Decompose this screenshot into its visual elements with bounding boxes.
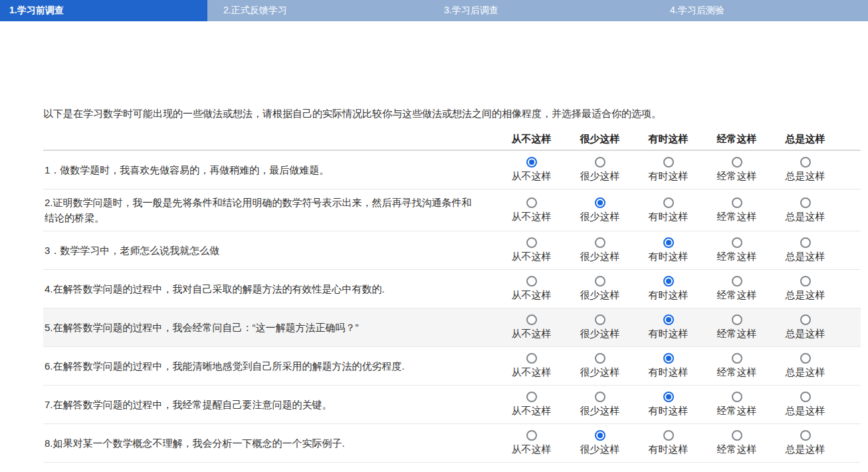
option-choice[interactable]: 有时这样: [634, 349, 703, 383]
radio-input[interactable]: [595, 430, 605, 441]
radio-input[interactable]: [732, 353, 742, 364]
option-choice[interactable]: 有时这样: [634, 388, 703, 421]
radio-input[interactable]: [663, 157, 674, 168]
radio-input[interactable]: [526, 392, 537, 402]
option-label: 有时这样: [649, 327, 689, 340]
tab-formal-feedback-learning[interactable]: 2.正式反馈学习: [207, 0, 421, 21]
radio-input[interactable]: [663, 197, 674, 208]
radio-input[interactable]: [595, 314, 605, 325]
tab-post-learning-test[interactable]: 4.学习后测验: [642, 0, 868, 21]
survey-row: 7.在解答数学问题的过程中，我经常提醒自己要注意问题的关键。 从不这样很少这样有…: [43, 386, 861, 424]
radio-input[interactable]: [800, 353, 811, 364]
option-label: 很少这样: [580, 327, 620, 340]
radio-input[interactable]: [595, 237, 605, 248]
option-choice[interactable]: 总是这样: [771, 310, 839, 344]
radio-input[interactable]: [732, 276, 742, 287]
radio-input[interactable]: [526, 276, 537, 287]
radio-input[interactable]: [526, 237, 537, 248]
option-choice[interactable]: 很少这样: [566, 388, 634, 421]
option-choice[interactable]: 有时这样: [634, 426, 703, 460]
option-label: 总是这样: [786, 327, 825, 340]
option-choice[interactable]: 很少这样: [566, 426, 634, 460]
option-choice[interactable]: 有时这样: [634, 153, 703, 187]
tab-label: 2.正式反馈学习: [223, 5, 287, 17]
radio-input[interactable]: [663, 237, 674, 248]
option-choice[interactable]: 很少这样: [566, 233, 634, 267]
option-choice[interactable]: 总是这样: [771, 153, 839, 187]
radio-input[interactable]: [732, 314, 742, 325]
question-text: 1．做数学题时，我喜欢先做容易的，再做稍难的，最后做难题。: [43, 157, 497, 183]
option-choice[interactable]: 经常这样: [703, 388, 771, 421]
option-choice[interactable]: 从不这样: [497, 310, 566, 344]
option-choice[interactable]: 有时这样: [634, 310, 703, 344]
radio-input[interactable]: [526, 157, 537, 168]
option-choice[interactable]: 很少这样: [566, 193, 634, 227]
option-choice[interactable]: 经常这样: [703, 153, 771, 187]
option-choice[interactable]: 经常这样: [703, 349, 771, 383]
option-choice[interactable]: 很少这样: [566, 310, 634, 344]
option-label: 总是这样: [786, 250, 825, 263]
option-label: 有时这样: [649, 404, 689, 417]
option-choice[interactable]: 有时这样: [634, 272, 703, 306]
radio-input[interactable]: [526, 197, 537, 208]
option-choice[interactable]: 经常这样: [703, 193, 771, 227]
radio-input[interactable]: [732, 392, 742, 402]
radio-input[interactable]: [663, 314, 674, 325]
radio-input[interactable]: [663, 392, 674, 402]
radio-input[interactable]: [732, 157, 742, 168]
option-choice[interactable]: 有时这样: [634, 233, 703, 267]
option-choice[interactable]: 经常这样: [703, 233, 771, 267]
option-choice[interactable]: 从不这样: [497, 153, 566, 187]
option-label: 经常这样: [717, 170, 757, 183]
option-choice[interactable]: 从不这样: [497, 233, 566, 267]
radio-input[interactable]: [595, 157, 605, 168]
radio-input[interactable]: [595, 353, 605, 364]
radio-input[interactable]: [800, 430, 811, 441]
option-choice[interactable]: 经常这样: [703, 426, 771, 460]
radio-input[interactable]: [526, 353, 537, 364]
option-choice[interactable]: 总是这样: [771, 426, 839, 460]
radio-input[interactable]: [732, 430, 742, 441]
option-choice[interactable]: 总是这样: [771, 193, 839, 227]
radio-input[interactable]: [800, 314, 811, 325]
radio-input[interactable]: [595, 392, 605, 402]
radio-input[interactable]: [800, 157, 811, 168]
option-choice[interactable]: 很少这样: [566, 153, 634, 187]
option-choice[interactable]: 很少这样: [566, 272, 634, 306]
option-choice[interactable]: 很少这样: [566, 349, 634, 383]
option-choice[interactable]: 从不这样: [497, 388, 566, 421]
radio-input[interactable]: [732, 237, 742, 248]
option-label: 经常这样: [717, 404, 757, 417]
option-choice[interactable]: 总是这样: [771, 272, 839, 306]
option-label: 很少这样: [580, 443, 620, 456]
option-choice[interactable]: 从不这样: [497, 426, 566, 460]
radio-input[interactable]: [663, 353, 674, 364]
scale-header: 很少这样: [566, 129, 634, 150]
radio-input[interactable]: [800, 276, 811, 287]
radio-input[interactable]: [663, 276, 674, 287]
radio-input[interactable]: [800, 237, 811, 248]
option-choice[interactable]: 总是这样: [771, 233, 839, 267]
radio-input[interactable]: [663, 430, 674, 441]
option-choice[interactable]: 经常这样: [703, 272, 771, 306]
radio-input[interactable]: [800, 197, 811, 208]
option-choice[interactable]: 从不这样: [497, 193, 566, 227]
option-choice[interactable]: 经常这样: [703, 310, 771, 344]
radio-input[interactable]: [526, 430, 537, 441]
option-choice[interactable]: 从不这样: [497, 272, 566, 306]
radio-input[interactable]: [595, 276, 605, 287]
radio-input[interactable]: [800, 392, 811, 402]
option-choice[interactable]: 从不这样: [497, 349, 566, 383]
option-choice[interactable]: 总是这样: [771, 349, 839, 383]
tab-pre-learning-survey[interactable]: 1.学习前调查: [0, 0, 207, 21]
survey-row: 6.在解答数学问题的过程中，我能清晰地感觉到自己所采用的解题方法的优劣程度. 从…: [43, 347, 861, 386]
option-label: 经常这样: [717, 366, 757, 379]
radio-input[interactable]: [595, 197, 605, 208]
tab-post-learning-survey[interactable]: 3.学习后调查: [421, 0, 642, 21]
option-choice[interactable]: 有时这样: [634, 193, 703, 227]
radio-input[interactable]: [526, 314, 537, 325]
option-label: 总是这样: [786, 366, 825, 379]
option-choice[interactable]: 总是这样: [771, 388, 839, 421]
scale-header: 从不这样: [497, 129, 566, 150]
radio-input[interactable]: [732, 197, 742, 208]
